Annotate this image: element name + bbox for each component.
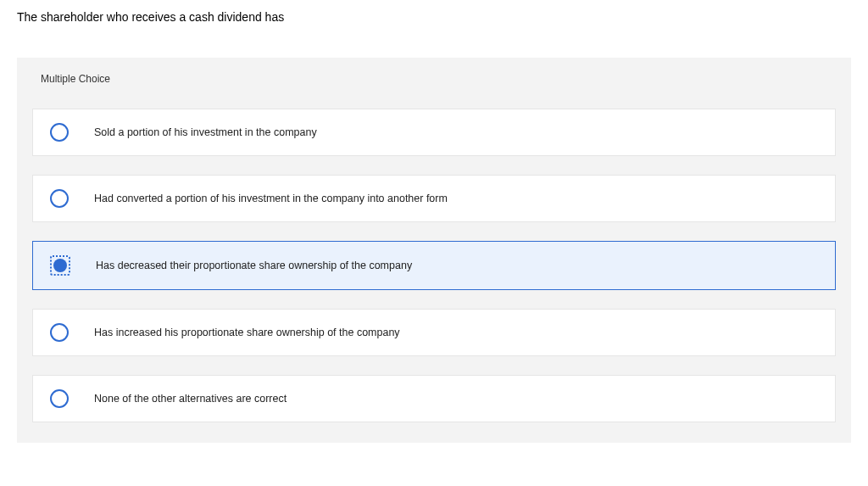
options-container: Sold a portion of his investment in the …	[17, 100, 851, 443]
radio-icon	[50, 123, 69, 142]
option-label: Has decreased their proportionate share …	[96, 260, 412, 271]
option-row-2[interactable]: Has decreased their proportionate share …	[32, 241, 836, 290]
option-row-4[interactable]: None of the other alternatives are corre…	[32, 375, 836, 422]
quiz-container: Multiple Choice Sold a portion of his in…	[17, 58, 851, 443]
option-row-0[interactable]: Sold a portion of his investment in the …	[32, 109, 836, 156]
radio-icon-selected	[50, 255, 70, 276]
option-row-3[interactable]: Has increased his proportionate share ow…	[32, 309, 836, 356]
radio-icon	[50, 189, 69, 208]
option-label: None of the other alternatives are corre…	[94, 393, 287, 405]
question-text: The shareholder who receives a cash divi…	[0, 0, 868, 24]
radio-icon	[50, 323, 69, 342]
option-row-1[interactable]: Had converted a portion of his investmen…	[32, 175, 836, 222]
radio-icon	[50, 389, 69, 408]
radio-inner-dot	[53, 259, 67, 272]
quiz-header: Multiple Choice	[17, 58, 851, 100]
option-label: Sold a portion of his investment in the …	[94, 126, 317, 138]
option-label: Had converted a portion of his investmen…	[94, 193, 448, 204]
option-label: Has increased his proportionate share ow…	[94, 327, 400, 338]
